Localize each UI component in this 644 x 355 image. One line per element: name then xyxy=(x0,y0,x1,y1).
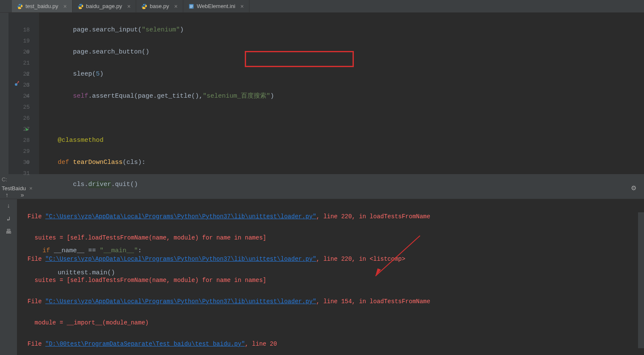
left-gutter xyxy=(0,13,8,174)
line-number: 26 xyxy=(8,113,30,124)
console-left-toolbar: ↓ ↲ 🖶 xyxy=(0,199,17,355)
close-icon[interactable]: × xyxy=(241,3,244,10)
code-line[interactable]: self.assertEqual(page.get_title(),"selen… xyxy=(42,91,644,102)
line-number: 20⊟ xyxy=(8,47,30,58)
fold-icon[interactable]: ⊟ xyxy=(26,69,29,80)
line-number: 19 xyxy=(8,36,30,47)
code-editor[interactable]: page.search_input("selenium") page.searc… xyxy=(39,13,644,174)
line-number: 25 xyxy=(8,102,30,113)
override-icon[interactable] xyxy=(14,80,20,91)
line-number: 30⊟ xyxy=(8,157,30,168)
line-number: 18 xyxy=(8,25,30,36)
close-icon[interactable]: × xyxy=(127,3,131,10)
code-line[interactable]: page.search_button() xyxy=(42,47,644,58)
svg-rect-7 xyxy=(190,5,193,6)
svg-point-4 xyxy=(143,4,144,5)
code-line[interactable] xyxy=(42,290,644,301)
run-tab[interactable]: TestBaidu × xyxy=(2,185,33,192)
line-gutter[interactable]: 18 19 20⊟ 21 22⊟ 23⊟ 24⊟ 25 26 27▶ 28 29… xyxy=(8,13,39,174)
code-line[interactable]: unittest.main() xyxy=(42,268,644,279)
line-number: 24⊟ xyxy=(8,91,30,102)
line-number: 27▶ xyxy=(8,124,30,135)
svg-point-1 xyxy=(20,8,21,8)
tab-label: WebElement.ini xyxy=(197,3,235,9)
close-icon[interactable]: × xyxy=(174,3,178,10)
python-icon xyxy=(17,3,23,9)
line-number: 22⊟ xyxy=(8,69,30,80)
scroll-down-icon[interactable]: ↓ xyxy=(7,203,10,209)
tab-webelement-ini[interactable]: WebElement.ini × xyxy=(183,0,249,12)
code-line[interactable] xyxy=(42,113,644,124)
code-line[interactable]: if __name__ == "__main__": xyxy=(42,245,644,256)
scrollbar[interactable] xyxy=(638,212,644,348)
code-line[interactable]: page.search_input("selenium") xyxy=(42,25,644,36)
fold-icon[interactable]: ⊟ xyxy=(26,47,29,58)
line-number: 29 xyxy=(8,146,30,157)
code-line[interactable]: def tearDownClass(cls): xyxy=(42,157,644,168)
soft-wrap-icon[interactable]: ↲ xyxy=(7,215,10,223)
tab-baidu-page[interactable]: baidu_page.py × xyxy=(73,0,137,12)
python-icon xyxy=(78,3,84,9)
tab-test-baidu[interactable]: test_baidu.py × xyxy=(12,0,73,12)
run-gutter-icon[interactable]: ▶ xyxy=(26,124,29,135)
line-number: 23⊟ xyxy=(8,80,30,91)
editor-area: 18 19 20⊟ 21 22⊟ 23⊟ 24⊟ 25 26 27▶ 28 29… xyxy=(0,13,644,174)
fold-icon[interactable]: ⊟ xyxy=(26,91,29,102)
code-line[interactable]: @classmethod xyxy=(42,135,644,146)
fold-icon[interactable]: ⊟ xyxy=(26,157,29,168)
line-number xyxy=(8,14,30,25)
python-icon xyxy=(141,3,147,9)
tab-label: test_baidu.py xyxy=(25,3,58,9)
close-icon[interactable]: × xyxy=(29,185,33,192)
editor-tabs: test_baidu.py × baidu_page.py × base.py … xyxy=(0,0,644,13)
up-arrow-icon[interactable]: ↑ xyxy=(5,192,8,199)
code-line[interactable] xyxy=(42,201,644,212)
line-number: 21 xyxy=(8,58,30,69)
print-icon[interactable]: 🖶 xyxy=(6,228,11,235)
more-icon[interactable]: » xyxy=(20,192,24,199)
svg-point-0 xyxy=(19,4,20,5)
code-line[interactable]: sleep(5) xyxy=(42,69,644,80)
code-line[interactable]: cls.driver.quit() xyxy=(42,179,644,190)
svg-rect-8 xyxy=(190,6,193,7)
svg-rect-9 xyxy=(190,7,192,8)
fold-icon[interactable]: ⊟ xyxy=(26,80,29,91)
tab-label: baidu_page.py xyxy=(86,3,122,9)
close-icon[interactable]: × xyxy=(63,3,67,10)
code-line[interactable] xyxy=(42,334,644,345)
svg-point-2 xyxy=(79,4,80,5)
svg-point-3 xyxy=(81,8,81,8)
code-line[interactable] xyxy=(42,223,644,234)
line-number: 31 xyxy=(8,168,30,179)
line-number: 28 xyxy=(8,135,30,146)
tab-label: base.py xyxy=(150,3,169,9)
code-line[interactable] xyxy=(42,312,644,323)
tab-base[interactable]: base.py × xyxy=(136,0,183,12)
ini-icon xyxy=(188,3,194,9)
svg-point-5 xyxy=(145,8,145,8)
